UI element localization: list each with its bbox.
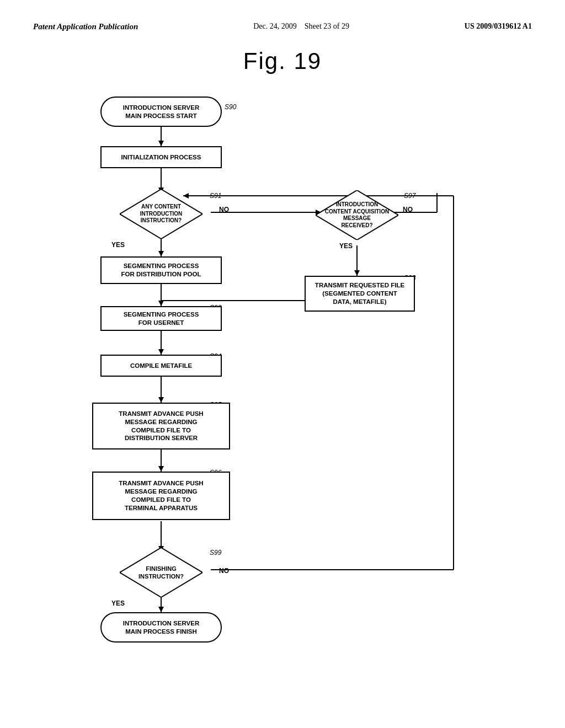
transmit-dist-label: TRANSMIT ADVANCE PUSH MESSAGE REGARDING … <box>119 410 203 443</box>
svg-marker-11 <box>158 397 164 403</box>
seg-dist-box: SEGMENTING PROCESS FOR DISTRIBUTION POOL <box>100 256 222 284</box>
figure-title: Fig. 19 <box>0 48 565 74</box>
svg-marker-1 <box>158 141 164 146</box>
s91-yes-label: YES <box>111 241 125 249</box>
seg-user-box: SEGMENTING PROCESS FOR USERNET <box>100 306 222 331</box>
publication-date: Dec. 24, 2009 <box>253 22 297 30</box>
flowchart-svg <box>34 85 531 692</box>
sheet-info: Sheet 23 of 29 <box>305 22 349 30</box>
compile-label: COMPILE METAFILE <box>130 362 192 370</box>
seg-dist-label: SEGMENTING PROCESS FOR DISTRIBUTION POOL <box>121 262 201 279</box>
svg-marker-23 <box>354 270 360 276</box>
s91-diamond: ANY CONTENTINTRODUCTIONINSTRUCTION? <box>120 189 202 239</box>
finishing-diamond: FINISHINGINSTRUCTION? <box>120 548 202 597</box>
s97-no-label: NO <box>403 206 413 213</box>
transmit-term-label: TRANSMIT ADVANCE PUSH MESSAGE REGARDING … <box>119 479 203 512</box>
page: Patent Application Publication Dec. 24, … <box>0 0 565 728</box>
s97-diamond: INTRODUCTIONCONTENT ACQUISITIONMESSAGERE… <box>316 190 398 240</box>
s90-label: S90 <box>225 103 236 111</box>
svg-marker-5 <box>158 251 164 256</box>
init-label: INITIALIZATION PROCESS <box>121 153 201 162</box>
s97-yes-label: YES <box>339 242 353 250</box>
start-box: INTRODUCTION SERVER MAIN PROCESS START <box>100 97 222 127</box>
transmit-req-label: TRANSMIT REQUESTED FILE (SEGMENTED CONTE… <box>315 281 404 306</box>
flowchart: INTRODUCTION SERVER MAIN PROCESS START S… <box>34 85 531 692</box>
init-box: INITIALIZATION PROCESS <box>100 146 222 168</box>
svg-marker-13 <box>158 466 164 472</box>
s91-label: S91 <box>210 192 221 200</box>
seg-user-label: SEGMENTING PROCESS FOR USERNET <box>124 311 199 327</box>
publication-label: Patent Application Publication <box>33 22 138 31</box>
header: Patent Application Publication Dec. 24, … <box>0 0 565 31</box>
end-label: INTRODUCTION SERVER MAIN PROCESS FINISH <box>123 619 199 636</box>
s99-label: S99 <box>210 549 221 556</box>
start-label: INTRODUCTION SERVER MAIN PROCESS START <box>123 104 199 120</box>
header-center: Dec. 24, 2009 Sheet 23 of 29 <box>253 22 349 31</box>
transmit-req-box: TRANSMIT REQUESTED FILE (SEGMENTED CONTE… <box>305 276 415 312</box>
compile-box: COMPILE METAFILE <box>100 355 222 377</box>
s97-label: S97 <box>404 192 415 200</box>
finishing-yes-label: YES <box>111 599 125 607</box>
transmit-dist-box: TRANSMIT ADVANCE PUSH MESSAGE REGARDING … <box>92 403 230 449</box>
end-box: INTRODUCTION SERVER MAIN PROCESS FINISH <box>100 612 222 643</box>
transmit-term-box: TRANSMIT ADVANCE PUSH MESSAGE REGARDING … <box>92 472 230 520</box>
s91-no-label: NO <box>219 206 229 213</box>
patent-number: US 2009/0319612 A1 <box>465 22 532 31</box>
finishing-no-label: NO <box>219 567 229 575</box>
svg-marker-17 <box>158 607 164 612</box>
